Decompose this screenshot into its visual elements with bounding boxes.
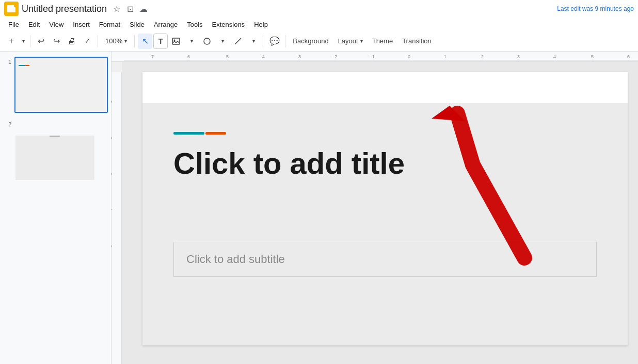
svg-text:6: 6 [627,54,630,59]
transition-button[interactable]: Transition [398,34,436,49]
slide-content-area: Click to add title Click to add subtitle [142,103,628,345]
slide-title-placeholder[interactable]: Click to add title [173,147,597,180]
spellcheck-button[interactable]: ✓ [80,34,94,49]
star-icon[interactable]: ☆ [112,4,121,13]
theme-button[interactable]: Theme [368,34,397,49]
svg-text:-1: -1 [371,54,375,59]
svg-text:-2: -2 [333,54,337,59]
toolbar-divider-5 [285,35,285,47]
undo-button[interactable]: ↩ [34,34,48,49]
ruler-svg-left: 1 2 3 4 5 [111,72,120,364]
layout-button[interactable]: Layout ▾ [334,34,367,49]
svg-text:-5: -5 [225,54,229,59]
zoom-level: 100% [105,37,122,45]
slide-canvas[interactable]: Click to add title Click to add subtitle [142,72,628,345]
slide-subtitle-placeholder[interactable]: Click to add subtitle [173,242,597,277]
app-logo [4,2,19,16]
mini-accent-1 [19,65,108,66]
svg-text:2: 2 [111,137,113,139]
accent-orange [205,132,226,135]
svg-line-3 [235,38,241,44]
comment-button[interactable]: 💬 [267,34,282,49]
toolbar-divider-4 [264,35,264,47]
pointer-tool[interactable]: ↖ [138,34,152,49]
svg-text:-4: -4 [261,54,265,59]
accent-bar [173,132,597,135]
shapes-dropdown[interactable]: ▾ [215,34,230,49]
last-edit-text: Last edit was 9 minutes ago [557,5,634,12]
svg-text:2: 2 [481,54,484,59]
menu-extensions[interactable]: Extensions [208,20,249,29]
menu-tools[interactable]: Tools [183,20,206,29]
svg-point-2 [204,38,210,44]
background-label: Background [293,37,328,45]
editor-area: -7 -6 -5 -4 -3 -2 -1 0 1 2 3 4 5 6 [111,52,638,364]
menu-view[interactable]: View [45,20,68,29]
transition-label: Transition [402,37,432,45]
slide-thumbnail-1[interactable] [14,57,108,113]
theme-label: Theme [372,37,393,45]
image-tool[interactable] [169,34,183,49]
layout-dropdown-icon: ▾ [360,38,363,44]
drive-save-icon[interactable]: ⊡ [125,4,135,13]
svg-text:0: 0 [408,54,410,59]
menu-edit[interactable]: Edit [24,20,44,29]
menu-help[interactable]: Help [250,20,272,29]
title-bar: Untitled presentation ☆ ⊡ ☁ Last edit wa… [0,0,638,18]
menu-insert[interactable]: Insert [69,20,94,29]
svg-text:4: 4 [553,54,556,59]
svg-rect-0 [172,38,180,44]
menu-arrange[interactable]: Arrange [150,20,182,29]
lines-dropdown[interactable]: ▾ [246,34,261,49]
background-button[interactable]: Background [289,34,332,49]
menu-bar: File Edit View Insert Format Slide Arran… [0,18,638,31]
mini-line-2 [50,136,60,137]
app-logo-icon [7,5,15,12]
svg-text:4: 4 [111,209,113,211]
svg-text:-6: -6 [186,54,190,59]
slide-number-1: 1 [3,57,11,65]
main-content: 1 2 [0,52,638,364]
slide-thumbnail-2[interactable] [14,119,108,181]
title-icons: ☆ ⊡ ☁ [112,4,148,13]
menu-slide[interactable]: Slide [125,20,149,29]
lines-tool[interactable] [231,34,245,49]
svg-text:3: 3 [517,54,520,59]
svg-text:-7: -7 [150,54,154,59]
ruler-top: -7 -6 -5 -4 -3 -2 -1 0 1 2 3 4 5 6 [111,52,638,62]
menu-file[interactable]: File [4,20,23,29]
text-tool[interactable]: T [153,34,168,49]
toolbar: ＋ ▾ ↩ ↪ 🖨 ✓ 100% ▾ ↖ T ▾ ▾ ▾ 💬 Backgroun… [0,31,638,52]
ruler-svg-top: -7 -6 -5 -4 -3 -2 -1 0 1 2 3 4 5 6 [124,52,638,60]
menu-format[interactable]: Format [95,20,124,29]
slide-number-2: 2 [3,119,11,127]
accent-teal [173,132,204,135]
slide-item-2[interactable]: 2 [2,118,109,182]
svg-text:5: 5 [111,245,113,247]
slides-panel: 1 2 [0,52,111,364]
toolbar-divider-2 [98,35,98,47]
presentation-title[interactable]: Untitled presentation [22,4,107,14]
add-slide-button[interactable]: ＋ [4,34,19,49]
zoom-button[interactable]: 100% ▾ [101,34,131,49]
svg-text:1: 1 [444,54,446,59]
zoom-dropdown-icon: ▾ [124,38,127,44]
cloud-icon[interactable]: ☁ [139,4,148,13]
add-slide-dropdown[interactable]: ▾ [20,34,27,49]
svg-text:-3: -3 [297,54,301,59]
toolbar-divider-3 [134,35,135,47]
ruler-left: 1 2 3 4 5 [111,72,122,364]
toolbar-divider-1 [30,35,30,47]
svg-text:5: 5 [591,54,594,59]
shapes-tool[interactable] [200,34,214,49]
slide-area: Click to add title Click to add subtitle [122,62,638,364]
layout-label: Layout [338,37,358,45]
redo-button[interactable]: ↪ [49,34,63,49]
slide-item-1[interactable]: 1 [2,56,109,114]
print-button[interactable]: 🖨 [65,34,79,49]
svg-text:3: 3 [111,173,113,175]
svg-text:1: 1 [111,101,113,103]
slide-white-area [142,72,628,103]
image-dropdown[interactable]: ▾ [184,34,199,49]
